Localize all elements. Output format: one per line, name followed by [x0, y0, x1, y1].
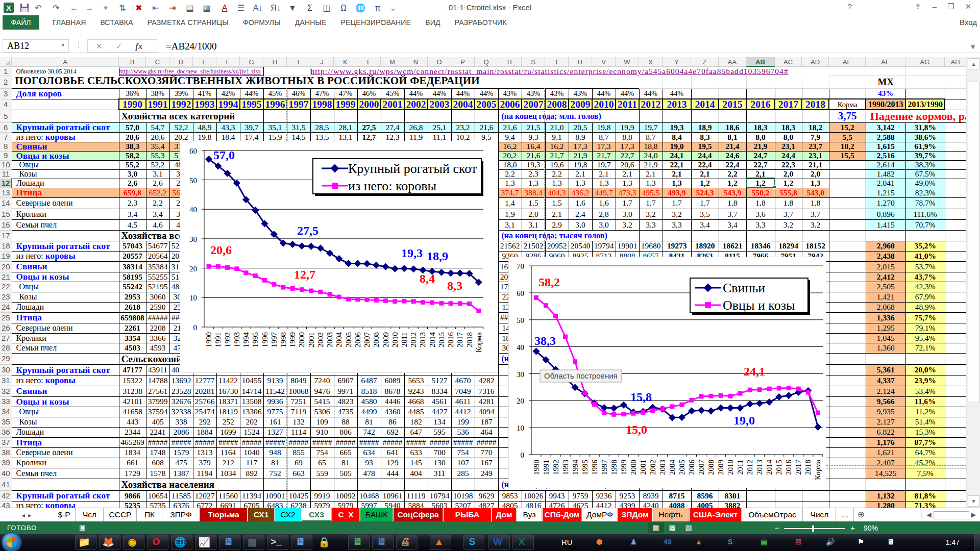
- svg-text:2004: 2004: [335, 332, 343, 348]
- svg-text:2018: 2018: [804, 460, 812, 475]
- svg-text:18,9: 18,9: [427, 249, 448, 263]
- svg-text:1995: 1995: [581, 460, 589, 475]
- svg-text:2007: 2007: [363, 332, 371, 348]
- svg-text:1996: 1996: [261, 332, 269, 348]
- svg-text:2018: 2018: [465, 332, 474, 347]
- svg-text:Корма: Корма: [475, 332, 483, 353]
- svg-text:1992: 1992: [552, 460, 560, 475]
- svg-text:2006: 2006: [688, 460, 696, 475]
- svg-text:2016: 2016: [447, 332, 455, 348]
- svg-text:2003: 2003: [658, 460, 667, 475]
- svg-text:2005: 2005: [678, 460, 686, 475]
- svg-text:2016: 2016: [785, 460, 793, 475]
- svg-text:57,0: 57,0: [213, 148, 235, 162]
- svg-text:8,4: 8,4: [420, 272, 435, 285]
- svg-text:Овцы и козы: Овцы и козы: [723, 298, 795, 313]
- svg-text:1992: 1992: [224, 332, 232, 347]
- svg-text:40: 40: [189, 206, 197, 214]
- svg-text:2009: 2009: [717, 460, 725, 475]
- svg-text:20: 20: [517, 397, 524, 405]
- svg-text:1995: 1995: [251, 332, 259, 347]
- svg-text:27,5: 27,5: [297, 224, 318, 237]
- svg-text:2001: 2001: [639, 460, 647, 475]
- svg-text:из него: коровы: из него: коровы: [348, 179, 436, 193]
- svg-text:50: 50: [517, 316, 524, 324]
- svg-text:10: 10: [517, 424, 524, 432]
- svg-text:2000: 2000: [629, 460, 638, 475]
- svg-text:2006: 2006: [354, 332, 362, 348]
- svg-text:10: 10: [189, 294, 197, 302]
- svg-text:1990: 1990: [532, 460, 541, 475]
- svg-text:58,2: 58,2: [538, 276, 560, 289]
- svg-text:60: 60: [517, 289, 524, 297]
- svg-text:1990: 1990: [205, 332, 213, 347]
- svg-text:2011: 2011: [400, 332, 408, 347]
- svg-text:70: 70: [517, 262, 524, 270]
- svg-text:2012: 2012: [746, 460, 754, 475]
- svg-text:1997: 1997: [270, 332, 278, 348]
- svg-text:2015: 2015: [437, 332, 446, 347]
- svg-text:2017: 2017: [794, 460, 802, 475]
- svg-text:1991: 1991: [542, 460, 550, 475]
- svg-text:2001: 2001: [307, 332, 315, 347]
- svg-text:2005: 2005: [345, 332, 353, 347]
- svg-text:2013: 2013: [755, 460, 764, 475]
- svg-text:Крупный рогатый скот: Крупный рогатый скот: [348, 161, 477, 176]
- svg-text:1993: 1993: [561, 460, 570, 475]
- svg-text:1996: 1996: [591, 460, 599, 475]
- svg-text:2003: 2003: [326, 332, 334, 347]
- svg-text:1999: 1999: [620, 460, 628, 475]
- svg-text:2012: 2012: [409, 332, 418, 347]
- svg-text:0: 0: [521, 451, 525, 459]
- svg-text:38,3: 38,3: [534, 334, 556, 347]
- svg-text:2010: 2010: [391, 332, 399, 347]
- svg-text:2010: 2010: [726, 460, 734, 475]
- svg-text:2014: 2014: [428, 332, 436, 348]
- svg-text:1998: 1998: [279, 332, 287, 347]
- svg-text:1991: 1991: [214, 332, 222, 347]
- svg-text:15,0: 15,0: [626, 423, 647, 436]
- svg-text:24,1: 24,1: [744, 365, 765, 378]
- svg-text:2011: 2011: [736, 460, 744, 474]
- svg-text:60: 60: [189, 147, 197, 155]
- svg-text:1994: 1994: [242, 332, 250, 348]
- svg-text:20,6: 20,6: [210, 243, 232, 257]
- svg-text:2017: 2017: [456, 332, 464, 348]
- svg-text:2008: 2008: [707, 460, 715, 475]
- svg-text:30: 30: [517, 370, 524, 379]
- svg-text:30: 30: [189, 235, 197, 243]
- svg-text:2014: 2014: [765, 460, 773, 475]
- svg-text:Свиньи: Свиньи: [723, 281, 765, 295]
- svg-text:2013: 2013: [419, 332, 427, 347]
- svg-text:8,3: 8,3: [447, 279, 462, 292]
- svg-text:1998: 1998: [610, 460, 618, 475]
- svg-text:2007: 2007: [697, 460, 705, 475]
- svg-text:2008: 2008: [372, 332, 380, 347]
- svg-text:2002: 2002: [649, 460, 657, 475]
- svg-text:2015: 2015: [775, 460, 783, 475]
- svg-text:1993: 1993: [233, 332, 241, 347]
- svg-text:19,3: 19,3: [401, 246, 423, 260]
- svg-text:19,0: 19,0: [733, 414, 755, 427]
- svg-text:2002: 2002: [316, 332, 325, 347]
- svg-text:2009: 2009: [382, 332, 390, 347]
- svg-text:0: 0: [193, 323, 198, 332]
- svg-text:20: 20: [189, 265, 197, 273]
- svg-text:15,8: 15,8: [630, 390, 652, 404]
- svg-text:1999: 1999: [288, 332, 297, 347]
- svg-text:40: 40: [517, 343, 524, 352]
- svg-text:Корма: Корма: [814, 460, 822, 480]
- svg-text:2004: 2004: [668, 460, 676, 475]
- svg-text:1994: 1994: [571, 460, 579, 475]
- svg-text:12,7: 12,7: [294, 268, 315, 281]
- svg-text:Область построения: Область построения: [544, 371, 618, 380]
- svg-text:1997: 1997: [600, 460, 608, 475]
- svg-text:2000: 2000: [298, 332, 306, 347]
- svg-text:50: 50: [189, 177, 197, 185]
